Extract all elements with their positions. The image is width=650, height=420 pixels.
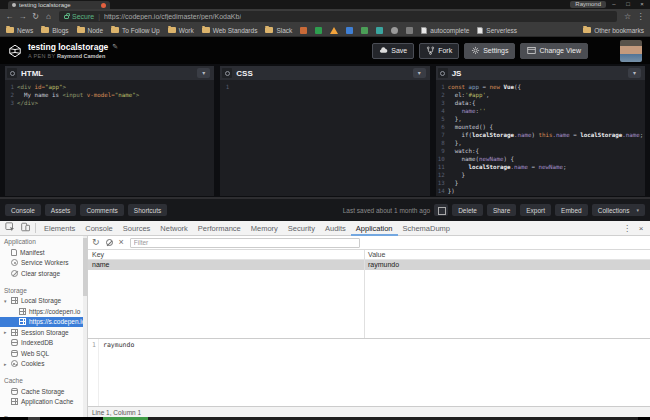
code-area[interactable]: 1const app = new Vue({2 el:'#app',3 data… <box>436 80 645 196</box>
bookmark-star-icon[interactable]: ☆ <box>622 9 633 24</box>
bookmark-item[interactable]: autocomplete <box>421 27 469 34</box>
storage-table: KeyValue nameraymundo <box>88 250 650 338</box>
close-icon[interactable]: × <box>636 1 648 8</box>
column-header-value[interactable]: Value <box>364 250 650 259</box>
bookmark-item[interactable]: To Follow Up <box>111 27 160 34</box>
reload-icon[interactable]: ↻ <box>30 9 41 24</box>
expander-arrow-icon[interactable]: ▾ <box>4 298 11 304</box>
bookmark-item[interactable]: News <box>6 27 33 34</box>
inspect-element-icon[interactable] <box>2 222 17 235</box>
embed-button[interactable]: Embed <box>555 204 588 216</box>
change-view-button[interactable]: Change View <box>520 43 588 59</box>
sidebar-item-session-storage[interactable]: ▸Session Storage <box>0 327 87 338</box>
devtools-tab-security[interactable]: Security <box>283 221 320 236</box>
restore-icon[interactable]: □ <box>622 1 634 8</box>
export-button[interactable]: Export <box>520 204 551 216</box>
filter-input[interactable] <box>130 238 360 248</box>
profile-button[interactable]: Raymond <box>570 1 606 8</box>
bookmark-item[interactable]: Blogs <box>41 27 68 34</box>
delete-item-icon[interactable]: × <box>119 236 124 249</box>
sidebar-item-https-codepen-io[interactable]: https://codepen.io <box>0 306 87 317</box>
bookmark-item[interactable] <box>376 27 383 34</box>
sidebar-scrollbar[interactable] <box>83 236 87 417</box>
editor-settings-icon[interactable] <box>7 68 17 78</box>
browser-menu-icon[interactable]: ⋮ <box>635 9 646 24</box>
devtools-tab-performance[interactable]: Performance <box>193 221 246 236</box>
sidebar-item-local-storage[interactable]: ▾Local Storage <box>0 296 87 307</box>
tab-close-icon[interactable] <box>101 3 106 8</box>
favicon-circle-icon <box>391 27 398 34</box>
device-toolbar-icon[interactable] <box>17 222 32 235</box>
devtools-menu-icon[interactable]: ⋮ <box>620 221 634 236</box>
devtools-tab-memory[interactable]: Memory <box>246 221 283 236</box>
avatar[interactable] <box>620 40 642 62</box>
codepen-logo-icon[interactable] <box>8 44 22 58</box>
sidebar-item-service-workers[interactable]: Service Workers <box>0 258 87 269</box>
other-bookmarks-label: Other bookmarks <box>594 27 644 34</box>
home-icon[interactable]: ⌂ <box>43 9 54 24</box>
devtools-tab-audits[interactable]: Audits <box>320 221 351 236</box>
sidebar-item-application-cache[interactable]: Application Cache <box>0 397 87 408</box>
sidebar-item-cookies[interactable]: ▸Cookies <box>0 359 87 370</box>
fork-button[interactable]: Fork <box>419 43 459 59</box>
chevron-down-icon[interactable]: ▾ <box>413 68 426 78</box>
bookmark-item[interactable]: Slack <box>265 27 292 34</box>
storage-row[interactable]: nameraymundo <box>88 260 650 270</box>
save-button[interactable]: Save <box>372 43 414 59</box>
bookmark-item[interactable]: Node <box>77 27 104 34</box>
expander-arrow-icon[interactable]: ▸ <box>4 329 11 335</box>
sidebar-item-https-s-codepen-io[interactable]: https://s.codepen.io <box>0 317 87 328</box>
bookmark-item[interactable]: Serverless <box>477 27 517 34</box>
minimize-icon[interactable]: – <box>608 1 620 8</box>
bookmark-item[interactable] <box>391 27 398 34</box>
devtools-tab-schemadump[interactable]: SchemaDump <box>398 221 456 236</box>
delete-button[interactable]: Delete <box>452 204 483 216</box>
devtools-tab-application[interactable]: Application <box>351 221 398 236</box>
sidebar-item-clear-storage[interactable]: Clear storage <box>0 268 87 279</box>
bookmark-item[interactable] <box>406 27 413 34</box>
settings-button[interactable]: Settings <box>464 43 515 59</box>
code-token: My name is <box>17 91 62 99</box>
edit-pencil-icon[interactable]: ✎ <box>112 43 118 51</box>
line-number: 8 <box>436 139 448 147</box>
address-bar[interactable]: Secure | https://codepen.io/cfjedimaster… <box>59 11 617 22</box>
back-icon[interactable]: ← <box>4 9 15 24</box>
devtools-tab-sources[interactable]: Sources <box>118 221 156 236</box>
bookmark-item[interactable] <box>300 27 307 34</box>
bookmark-item[interactable]: Work <box>168 27 194 34</box>
clear-storage-icon[interactable] <box>106 239 113 246</box>
devtools-tab-elements[interactable]: Elements <box>39 221 80 236</box>
bookmark-item[interactable] <box>361 27 368 34</box>
chevron-down-icon[interactable]: ▾ <box>197 68 210 78</box>
expander-arrow-icon[interactable]: ▸ <box>4 361 11 367</box>
bookmark-item[interactable] <box>315 27 322 34</box>
browser-tab[interactable]: testing localstorage <box>8 1 110 9</box>
devtools-tab-network[interactable]: Network <box>155 221 193 236</box>
bookmark-item[interactable] <box>346 27 353 34</box>
forward-icon[interactable]: → <box>17 9 28 24</box>
comments-button[interactable]: Comments <box>80 204 123 216</box>
code-area[interactable]: 1<div id="app">2 My name is <input v-mod… <box>5 80 214 196</box>
pen-author-link[interactable]: Raymond Camden <box>57 53 105 59</box>
other-bookmarks[interactable]: Other bookmarks <box>583 27 644 34</box>
collections-button[interactable]: Collections▾ <box>592 204 645 216</box>
bookmark-item[interactable]: Web Standards <box>202 27 258 34</box>
assets-button[interactable]: Assets <box>45 204 77 216</box>
shortcuts-button[interactable]: Shortcuts <box>128 204 167 216</box>
column-header-key[interactable]: Key <box>88 250 364 259</box>
refresh-icon[interactable]: ↻ <box>92 236 100 249</box>
share-button[interactable]: Share <box>487 204 516 216</box>
sidebar-item-manifest[interactable]: Manifest <box>0 247 87 258</box>
devtools-close-icon[interactable]: × <box>634 221 648 236</box>
sidebar-item-cache-storage[interactable]: Cache Storage <box>0 386 87 397</box>
bookmark-item[interactable] <box>330 27 338 34</box>
code-area[interactable]: 1 <box>220 80 429 196</box>
devtools-tab-console[interactable]: Console <box>80 221 118 236</box>
console-button[interactable]: Console <box>5 204 41 216</box>
chevron-down-icon[interactable]: ▾ <box>628 68 641 78</box>
saved-history-icon[interactable] <box>434 204 448 216</box>
editor-settings-icon[interactable] <box>438 68 448 78</box>
sidebar-item-indexeddb[interactable]: IndexedDB <box>0 338 87 349</box>
editor-settings-icon[interactable] <box>222 68 232 78</box>
sidebar-item-web-sql[interactable]: Web SQL <box>0 348 87 359</box>
